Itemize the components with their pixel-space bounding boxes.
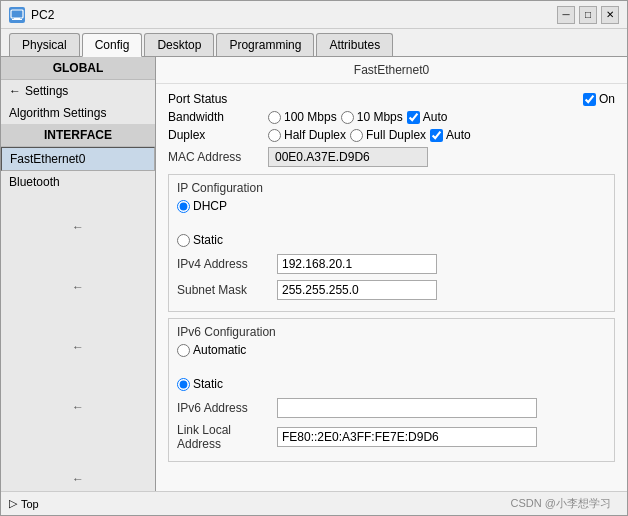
tab-bar: Physical Config Desktop Programming Attr… <box>1 29 627 57</box>
mac-row: MAC Address 00E0.A37E.D9D6 <box>168 146 615 168</box>
app-icon <box>9 7 25 23</box>
subnet-input[interactable] <box>277 280 437 300</box>
bw-100-label[interactable]: 100 Mbps <box>268 110 337 124</box>
bandwidth-label: Bandwidth <box>168 110 268 124</box>
tab-attributes[interactable]: Attributes <box>316 33 393 56</box>
ipv6-config-label: IPv6 Configuration <box>177 325 606 339</box>
tab-config[interactable]: Config <box>82 33 143 57</box>
ipv4-input[interactable] <box>277 254 437 274</box>
ipv4-row: IPv4 Address <box>177 253 606 275</box>
title-bar-controls: ─ □ ✕ <box>557 6 619 24</box>
bw-100-radio[interactable] <box>268 111 281 124</box>
automatic-label[interactable]: Automatic <box>177 343 606 357</box>
duplex-auto-label[interactable]: Auto <box>430 128 471 142</box>
ipv6-static-radio[interactable] <box>177 378 190 391</box>
link-local-input[interactable] <box>277 427 537 447</box>
ip-config-label: IP Configuration <box>177 181 606 195</box>
top-label[interactable]: Top <box>21 498 39 510</box>
duplex-options: Half Duplex Full Duplex Auto <box>268 128 471 142</box>
ip-config-section: IP Configuration DHCP Static IPv4 Addres… <box>168 174 615 312</box>
bw-auto-label[interactable]: Auto <box>407 110 448 124</box>
subnet-label: Subnet Mask <box>177 283 277 297</box>
content-area: GLOBAL ← Settings Algorithm Settings INT… <box>1 57 627 491</box>
dhcp-label[interactable]: DHCP <box>177 199 606 213</box>
bw-10-label[interactable]: 10 Mbps <box>341 110 403 124</box>
watermark: CSDN @小李想学习 <box>511 496 611 511</box>
nav-triangle-icon: ▷ <box>9 497 17 510</box>
nav-arrow-2[interactable]: ← <box>68 277 88 297</box>
bottom-nav: ▷ Top <box>9 497 39 510</box>
sidebar-item-fastethernet[interactable]: FastEthernet0 <box>1 147 155 171</box>
bottom-bar: ▷ Top CSDN @小李想学习 <box>1 491 627 515</box>
dhcp-radio[interactable] <box>177 200 190 213</box>
duplex-label: Duplex <box>168 128 268 142</box>
mac-value: 00E0.A37E.D9D6 <box>268 147 428 167</box>
interface-header: INTERFACE <box>1 124 155 147</box>
full-duplex-radio[interactable] <box>350 129 363 142</box>
nav-arrow-3[interactable]: ← <box>68 337 88 357</box>
svg-rect-0 <box>11 10 23 18</box>
half-duplex-radio[interactable] <box>268 129 281 142</box>
settings-arrow-icon: ← <box>9 84 21 98</box>
main-panel: FastEthernet0 Port Status On Bandwidth <box>156 57 627 491</box>
tab-physical[interactable]: Physical <box>9 33 80 56</box>
window-title: PC2 <box>31 8 54 22</box>
bandwidth-row: Bandwidth 100 Mbps 10 Mbps Auto <box>168 110 615 124</box>
subnet-row: Subnet Mask <box>177 279 606 301</box>
sidebar-item-algorithm[interactable]: Algorithm Settings <box>1 102 155 124</box>
bandwidth-options: 100 Mbps 10 Mbps Auto <box>268 110 447 124</box>
sidebar-item-settings[interactable]: ← Settings <box>1 80 155 102</box>
nav-arrow-4[interactable]: ← <box>68 397 88 417</box>
port-status-label: Port Status <box>168 92 268 106</box>
nav-arrow-1[interactable]: ← <box>68 217 88 237</box>
tab-programming[interactable]: Programming <box>216 33 314 56</box>
half-duplex-label[interactable]: Half Duplex <box>268 128 346 142</box>
close-button[interactable]: ✕ <box>601 6 619 24</box>
title-bar: PC2 ─ □ ✕ <box>1 1 627 29</box>
sidebar-item-bluetooth[interactable]: Bluetooth <box>1 171 155 193</box>
svg-rect-2 <box>12 19 22 20</box>
ipv6-config-section: IPv6 Configuration Automatic Static IPv6… <box>168 318 615 462</box>
ipv6-static-label[interactable]: Static <box>177 377 606 391</box>
minimize-button[interactable]: ─ <box>557 6 575 24</box>
ipv6-address-row: IPv6 Address <box>177 397 606 419</box>
port-status-on-checkbox[interactable]: On <box>583 92 615 106</box>
maximize-button[interactable]: □ <box>579 6 597 24</box>
mac-label: MAC Address <box>168 150 268 164</box>
sidebar-nav: ← ← ← ← <box>1 193 155 467</box>
bw-10-radio[interactable] <box>341 111 354 124</box>
ipv4-label: IPv4 Address <box>177 257 277 271</box>
duplex-row: Duplex Half Duplex Full Duplex Auto <box>168 128 615 142</box>
ipv6-input[interactable] <box>277 398 537 418</box>
automatic-radio[interactable] <box>177 344 190 357</box>
tab-desktop[interactable]: Desktop <box>144 33 214 56</box>
bw-auto-checkbox[interactable] <box>407 111 420 124</box>
sidebar-bottom-arrow[interactable]: ← <box>1 467 155 491</box>
panel-title: FastEthernet0 <box>156 57 627 84</box>
ipv6-address-label: IPv6 Address <box>177 401 277 415</box>
global-header: GLOBAL <box>1 57 155 80</box>
full-duplex-label[interactable]: Full Duplex <box>350 128 426 142</box>
link-local-label: Link Local Address <box>177 423 277 451</box>
duplex-auto-checkbox[interactable] <box>430 129 443 142</box>
port-status-checkbox[interactable] <box>583 93 596 106</box>
main-window: PC2 ─ □ ✕ Physical Config Desktop Progra… <box>0 0 628 516</box>
static-label[interactable]: Static <box>177 233 606 247</box>
title-bar-left: PC2 <box>9 7 54 23</box>
port-status-row: Port Status On <box>168 92 615 106</box>
static-radio[interactable] <box>177 234 190 247</box>
panel-content: Port Status On Bandwidth 100 Mbps <box>156 84 627 491</box>
link-local-row: Link Local Address <box>177 423 606 451</box>
sidebar: GLOBAL ← Settings Algorithm Settings INT… <box>1 57 156 491</box>
